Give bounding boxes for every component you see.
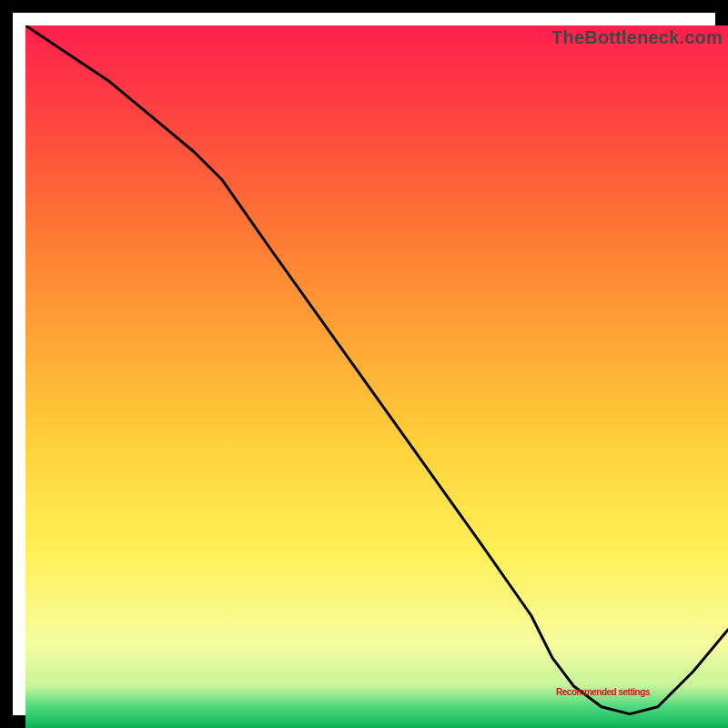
recommended-annotation: Recommended settings [556,687,650,697]
watermark-text: TheBottleneck.com [551,27,723,48]
chart-svg [25,25,728,728]
plot-area: TheBottleneck.com Recommended settings [25,25,728,728]
gradient-background [25,25,728,728]
chart-frame: TheBottleneck.com Recommended settings [0,0,728,728]
